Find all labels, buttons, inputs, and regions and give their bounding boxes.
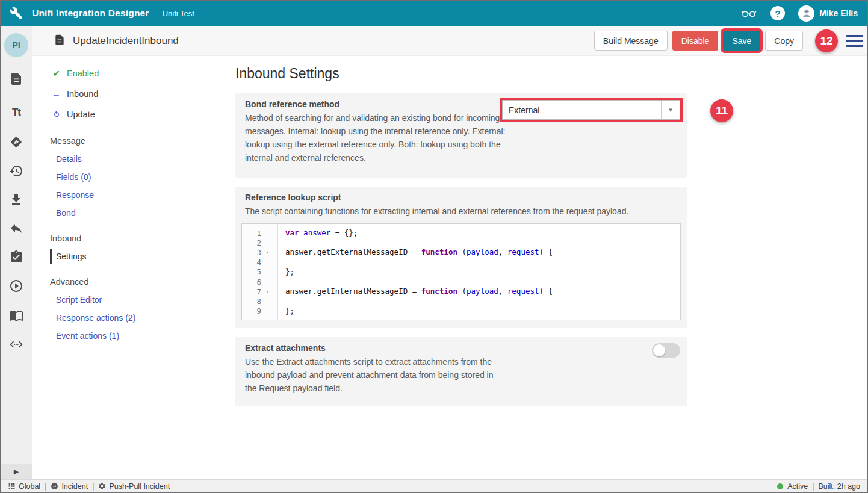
nav-link-bond[interactable]: Bond [32, 204, 217, 222]
save-button[interactable]: Save [723, 31, 760, 51]
tasks-icon[interactable] [9, 250, 23, 264]
chevron-down-icon: ▾ [661, 101, 680, 119]
grid-icon [8, 482, 16, 490]
reference-lookup-description: The script containing functions for extr… [245, 205, 677, 218]
integration-avatar[interactable]: PI [4, 33, 28, 57]
menu-icon[interactable] [846, 35, 863, 47]
wrench-icon[interactable] [1, 7, 32, 20]
script-editor[interactable]: 1 2 3▾ 4 5 6 7▾ 8 9 var answer = {}; ans… [241, 223, 681, 320]
app-title: Unifi Integration Designer [32, 8, 149, 19]
nav-link-details[interactable]: Details [32, 150, 217, 168]
check-icon: ✔ [51, 69, 61, 78]
app-window: Unifi Integration Designer Unifi Test ? … [0, 0, 868, 493]
gear-icon [98, 482, 106, 490]
nav-section-advanced: Advanced [32, 273, 217, 291]
statusbar-global[interactable]: Global [8, 482, 40, 491]
nav-link-script-editor[interactable]: Script Editor [32, 291, 217, 309]
nav-section-message: Message [32, 132, 217, 150]
nav-panel: ✔ Enabled ← Inbound Update Message Detai… [32, 56, 217, 480]
code-line: }; [285, 306, 680, 316]
extract-attachments-toggle[interactable] [652, 343, 680, 358]
editor-code[interactable]: var answer = {}; answer.getExternalMessa… [278, 224, 680, 320]
user-name: Mike Ellis [819, 8, 858, 18]
top-bar: Unifi Integration Designer Unifi Test ? … [1, 1, 867, 26]
document-icon[interactable] [9, 72, 23, 86]
nav-link-response[interactable]: Response [32, 186, 217, 204]
download-icon[interactable] [9, 193, 23, 207]
nav-link-event-actions[interactable]: Event actions (1) [32, 327, 217, 345]
editor-gutter: 1 2 3▾ 4 5 6 7▾ 8 9 [242, 224, 278, 320]
main-content: Inbound Settings Bond reference method M… [217, 56, 868, 480]
status-bar: Global | Incident | Push-Pull Incident A… [1, 479, 867, 492]
documentation-icon[interactable] [9, 308, 23, 323]
text-format-icon[interactable]: Tt [9, 105, 23, 120]
extract-attachments-title: Extract attachments [245, 343, 677, 353]
disable-button[interactable]: Disable [672, 31, 719, 51]
toggle-knob [653, 344, 665, 356]
nav-item-update[interactable]: Update [32, 104, 217, 125]
annotation-badge-11: 11 [710, 99, 733, 122]
reply-icon[interactable] [9, 221, 23, 235]
bond-reference-description: Method of searching for and validating a… [245, 111, 515, 164]
code-line: var answer = {}; [285, 228, 680, 238]
copy-button[interactable]: Copy [765, 31, 803, 51]
code-line [285, 277, 680, 287]
extract-attachments-card: Extract attachments Use the Extract atta… [235, 337, 687, 406]
active-status-icon [777, 483, 783, 489]
document-header: UpdateIncidentInbound Build Message Disa… [32, 26, 868, 56]
page-heading: Inbound Settings [235, 66, 868, 82]
workspace-name[interactable]: Unifi Test [163, 9, 194, 18]
annotation-badge-12: 12 [815, 29, 838, 52]
code-line: answer.getInternalMessageID = function (… [285, 287, 680, 296]
nav-item-inbound[interactable]: ← Inbound [32, 84, 217, 104]
dropdown-selected-value: External [503, 105, 661, 115]
user-menu[interactable]: Mike Ellis [798, 5, 858, 22]
code-line [285, 296, 680, 306]
code-line [285, 238, 680, 247]
icon-rail: PI Tt ▶ [1, 26, 32, 480]
expand-arrow-icon: ▶ [14, 468, 19, 476]
code-line: }; [285, 267, 680, 277]
bond-reference-card: Bond reference method Method of searchin… [235, 93, 687, 178]
statusbar-incident[interactable]: Incident [51, 482, 88, 491]
built-label: Built: 2h ago [819, 482, 861, 491]
code-line: answer.getExternalMessageID = function (… [285, 247, 680, 257]
help-icon[interactable]: ? [770, 6, 785, 20]
fold-arrow-icon[interactable]: ▾ [261, 288, 273, 294]
reference-lookup-card: Reference lookup script The script conta… [235, 187, 687, 328]
nav-link-response-actions[interactable]: Response actions (2) [32, 309, 217, 327]
extract-attachments-description: Use the Extract attachments script to ex… [245, 355, 504, 395]
run-icon[interactable] [9, 279, 23, 293]
reference-lookup-title: Reference lookup script [245, 193, 677, 202]
page-title: UpdateIncidentInbound [73, 35, 179, 47]
arrow-left-icon: ← [51, 89, 61, 99]
statusbar-integration[interactable]: Push-Pull Incident [98, 482, 170, 491]
route-icon[interactable] [9, 135, 23, 149]
nav-link-settings[interactable]: Settings [32, 247, 217, 265]
code-line [285, 258, 680, 267]
document-icon [54, 34, 66, 48]
directions-icon [51, 482, 58, 490]
user-avatar [798, 5, 814, 22]
refresh-icon [51, 110, 61, 119]
nav-item-enabled[interactable]: ✔ Enabled [32, 63, 217, 84]
bond-reference-dropdown[interactable]: External ▾ [502, 100, 680, 120]
sidebar-expand-button[interactable]: ▶ [1, 464, 32, 479]
preview-glasses-icon[interactable] [740, 5, 757, 21]
fold-arrow-icon[interactable]: ▾ [261, 249, 273, 255]
history-icon[interactable] [9, 164, 23, 178]
build-message-button[interactable]: Build Message [594, 31, 668, 51]
active-status-label: Active [787, 482, 808, 491]
nav-section-inbound: Inbound [32, 229, 217, 247]
nav-link-fields[interactable]: Fields (0) [32, 168, 217, 186]
code-icon[interactable] [9, 337, 23, 352]
